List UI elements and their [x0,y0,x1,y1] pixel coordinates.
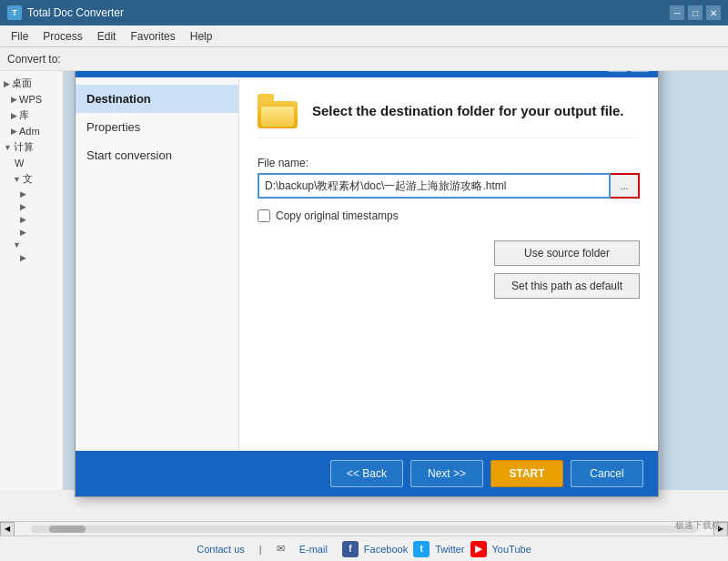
contact-us-link[interactable]: Contact us [197,544,245,555]
app-menubar: File Process Edit Favorites Help [0,26,728,47]
file-name-label: File name: [258,157,640,169]
file-name-input[interactable] [258,173,611,199]
tree-arrow: ▼ [13,175,21,184]
menu-favorites[interactable]: Favorites [123,28,182,45]
tree-arrow: ▶ [11,111,17,120]
watermark: 极速下载站 [675,519,721,532]
copy-timestamps-checkbox[interactable] [258,209,270,222]
tree-item[interactable]: W [0,156,63,170]
dialog-header: Select the destination folder for your o… [258,92,640,138]
tree-item[interactable]: ▼ 文 [0,170,63,188]
cancel-button[interactable]: Cancel [571,460,643,487]
tree-arrow: ▶ [20,228,26,237]
dialog-window: Doc Converter ? ✕ Destination Properties… [75,47,659,497]
scroll-left-button[interactable]: ◀ [0,522,15,536]
tree-label: WPS [19,94,42,105]
titlebar-controls: ─ □ ✕ [670,5,721,20]
tree-item[interactable]: ▼ [0,239,63,251]
tree-item[interactable]: ▶ 桌面 [0,75,63,92]
convert-to-label: Convert to: [7,53,61,66]
dialog-footer: << Back Next >> START Cancel [76,451,658,496]
scroll-thumb[interactable] [49,525,86,533]
copy-timestamps-label[interactable]: Copy original timestamps [276,209,399,222]
minimize-button[interactable]: ─ [670,5,684,20]
sidebar-tree: ▶ 桌面 ▶ WPS ▶ 库 ▶ Adm ▼ 计算 W ▼ 文 ▶ [0,71,64,490]
app-icon: T [7,5,22,20]
back-button[interactable]: << Back [330,460,403,487]
youtube-link[interactable]: YouTube [492,544,531,555]
convert-to-bar: Convert to: [0,47,728,71]
tree-item[interactable]: ▼ 计算 [0,138,63,156]
tree-arrow: ▶ [4,79,10,88]
close-button[interactable]: ✕ [706,5,721,20]
tree-arrow: ▶ [20,202,26,211]
twitter-link[interactable]: Twitter [435,544,464,555]
menu-edit[interactable]: Edit [90,28,124,45]
tree-item[interactable]: ▶ [0,200,63,213]
menu-file[interactable]: File [4,28,35,45]
scroll-area: ◀ ▶ [0,521,728,536]
menu-process[interactable]: Process [35,28,89,45]
maximize-button[interactable]: □ [688,5,703,20]
tree-label: Adm [19,126,40,137]
dialog-main-panel: Select the destination folder for your o… [239,77,658,451]
tree-label: 计算 [14,140,34,154]
app-titlebar: T Total Doc Converter ─ □ ✕ [0,0,728,26]
app-bottom-bar: Contact us | ✉ E-mail f Facebook t Twitt… [0,536,728,561]
action-buttons: Use source folder Set this path as defau… [258,240,640,299]
tree-label: 库 [19,108,29,122]
tree-arrow: ▶ [11,127,17,136]
next-button[interactable]: Next >> [410,460,483,487]
copy-timestamps-row: Copy original timestamps [258,209,640,222]
facebook-icon[interactable]: f [342,541,359,557]
social-links: f Facebook t Twitter ▶ YouTube [342,541,531,557]
file-name-row: ... [258,173,640,199]
start-button[interactable]: START [490,460,563,487]
use-source-folder-button[interactable]: Use source folder [494,240,640,266]
facebook-link[interactable]: Facebook [364,544,408,555]
twitter-icon[interactable]: t [413,541,430,557]
tree-label: 文 [23,172,33,186]
menu-help[interactable]: Help [183,28,220,45]
dialog-body: Destination Properties Start conversion … [76,77,658,451]
dialog-header-text: Select the destination folder for your o… [312,103,624,118]
tree-item[interactable]: ▶ [0,188,63,200]
tree-arrow: ▼ [13,240,21,250]
dialog-nav: Destination Properties Start conversion [76,77,239,451]
tree-item[interactable]: ▶ [0,226,63,239]
browse-button[interactable]: ... [611,173,640,199]
tree-arrow: ▶ [20,189,26,199]
nav-item-destination[interactable]: Destination [76,85,238,113]
bottom-separator-1: | [259,544,262,555]
email-icon: ✉ [277,543,285,555]
app-title: Total Doc Converter [27,6,670,19]
tree-arrow: ▶ [20,253,26,262]
nav-item-properties[interactable]: Properties [76,113,238,141]
tree-label: W [15,158,24,168]
tree-arrow: ▶ [11,95,17,104]
tree-item[interactable]: ▶ WPS [0,92,63,107]
tree-item[interactable]: ▶ [0,213,63,226]
youtube-icon[interactable]: ▶ [470,541,487,557]
set-default-path-button[interactable]: Set this path as default [494,273,640,299]
folder-icon [258,92,301,128]
tree-item[interactable]: ▶ [0,251,63,264]
tree-item[interactable]: ▶ 库 [0,107,63,124]
email-link[interactable]: E-mail [299,544,328,555]
tree-label: 桌面 [12,76,32,90]
nav-item-start-conversion[interactable]: Start conversion [76,141,238,169]
tree-item[interactable]: ▶ Adm [0,124,63,138]
tree-arrow: ▼ [4,143,12,152]
tree-arrow: ▶ [20,215,26,224]
scroll-track [31,525,697,533]
